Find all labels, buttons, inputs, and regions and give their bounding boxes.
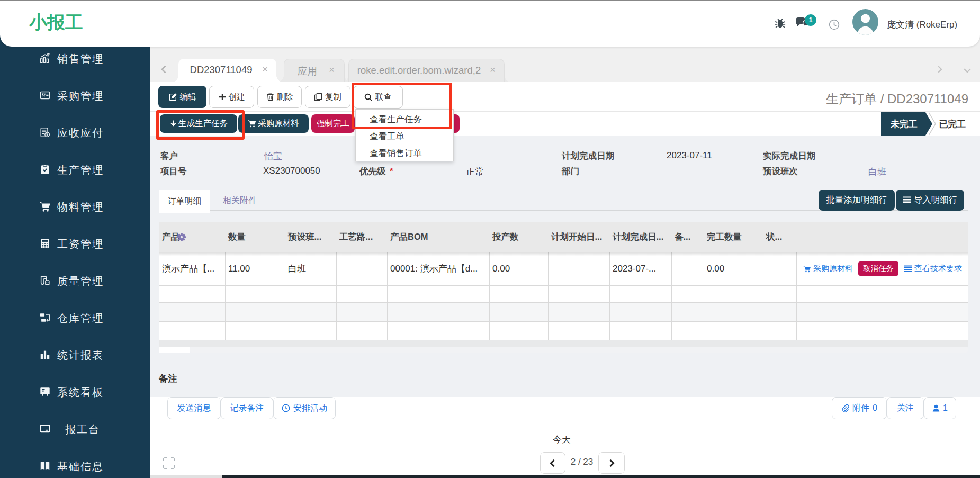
bug-icon[interactable] xyxy=(774,17,786,29)
tab-close-icon[interactable]: × xyxy=(262,64,268,75)
notebook-tab-attachments[interactable]: 相关附件 xyxy=(223,195,257,206)
browser-tab-record[interactable]: DD230711049 × xyxy=(178,59,276,82)
empty-cell xyxy=(159,322,226,340)
empty-cell xyxy=(763,286,797,303)
table-footer-strip xyxy=(159,340,968,347)
menu-item-view-workorder[interactable]: 查看工单 xyxy=(356,128,453,145)
sidebar-item-production[interactable]: 生产管理 xyxy=(0,158,150,181)
clock-icon[interactable] xyxy=(829,19,840,30)
cell-input-qty[interactable]: 0.00 xyxy=(490,252,549,286)
customer-value[interactable]: 怡宝 xyxy=(264,150,282,163)
sidebar-item-quality[interactable]: 质量管理 xyxy=(0,269,150,292)
sidebar-item-stats[interactable]: 统计报表 xyxy=(0,343,150,366)
sidebar-item-dashboard[interactable]: 系统看板 xyxy=(0,380,150,403)
col-header-input-qty[interactable]: 投产数 xyxy=(490,222,549,252)
col-header-remark[interactable]: 备... xyxy=(672,222,704,252)
cell-qty[interactable]: 11.00 xyxy=(226,252,285,286)
row-action-purchase[interactable]: 采购原材料 xyxy=(803,264,853,274)
send-message-button[interactable]: 发送消息 xyxy=(167,397,221,419)
cell-bom[interactable]: 00001: 演示产品【d... xyxy=(388,252,490,286)
cell-state[interactable] xyxy=(763,252,797,286)
col-header-plan-finish[interactable]: 计划完成日... xyxy=(610,222,672,252)
tab-close-icon[interactable]: × xyxy=(329,64,335,76)
delete-button[interactable]: 删除 xyxy=(257,86,302,108)
cell-route[interactable] xyxy=(337,252,388,286)
force-done-button[interactable]: 强制完工 xyxy=(311,114,355,133)
generate-task-button[interactable]: 生成生产任务 xyxy=(160,114,237,133)
cell-shift[interactable]: 白班 xyxy=(285,252,337,286)
sidebar-item-sales[interactable]: 销售管理 xyxy=(0,47,150,70)
sidebar-item-warehouse[interactable]: 仓库管理 xyxy=(0,306,150,329)
menu-item-view-production-task[interactable]: 查看生产任务 xyxy=(356,111,453,128)
table-hscrollbar-track[interactable] xyxy=(190,347,968,353)
import-lines-button[interactable]: 导入明细行 xyxy=(896,190,964,211)
breadcrumb-model[interactable]: 生产订单 xyxy=(826,92,877,106)
pager-previous-button[interactable] xyxy=(540,452,565,474)
sidebar-item-salary[interactable]: 工资管理 xyxy=(0,232,150,255)
copy-button-label: 复制 xyxy=(325,92,341,103)
cell-plan-start[interactable] xyxy=(549,252,610,286)
row-action-cancel-task[interactable]: 取消任务 xyxy=(858,261,898,276)
tab-close-icon[interactable]: × xyxy=(490,64,496,76)
col-header-qty[interactable]: 数量 xyxy=(226,222,285,252)
browser-tab-wizard[interactable]: roke.edit.order.bom.wizard,2 × xyxy=(348,59,505,82)
status-step-finished[interactable]: 已完工 xyxy=(937,112,968,136)
follow-button[interactable]: 关注 xyxy=(887,397,924,419)
col-header-plan-start[interactable]: 计划开始日... xyxy=(549,222,610,252)
empty-cell xyxy=(226,322,285,340)
col-header-state[interactable]: 状... xyxy=(763,222,797,252)
copy-button[interactable]: 复制 xyxy=(305,86,350,108)
shift-label: 预设班次 xyxy=(763,166,798,177)
edit-button[interactable]: 编辑 xyxy=(158,86,206,108)
create-button[interactable]: 创建 xyxy=(209,86,254,108)
user-name[interactable]: 庞文清 (RokeErp) xyxy=(887,19,957,31)
col-header-bom[interactable]: 产品BOM xyxy=(388,222,490,252)
schedule-activity-button[interactable]: 安排活动 xyxy=(273,397,336,419)
table-hscrollbar-thumb[interactable] xyxy=(159,347,190,353)
batch-add-lines-button[interactable]: 批量添加明细行 xyxy=(819,190,895,211)
notebook-tab-order-lines[interactable]: 订单明细 xyxy=(159,190,210,213)
sidebar-item-material[interactable]: 物料管理 xyxy=(0,195,150,218)
linkquery-button[interactable]: 联查 xyxy=(353,86,403,109)
row-action-view-tech[interactable]: 查看技术要求 xyxy=(904,264,962,274)
sidebar-item-basics[interactable]: 基础信息 xyxy=(0,454,150,477)
cell-remark[interactable] xyxy=(672,252,704,286)
app-logo[interactable]: 小报工 xyxy=(29,11,83,35)
col-header-route[interactable]: 工艺路... xyxy=(337,222,388,252)
tabbar-chevron-down-icon[interactable] xyxy=(963,66,972,75)
customer-label: 客户 xyxy=(160,150,178,162)
tabbar-chevron-right-icon[interactable] xyxy=(935,65,945,74)
log-note-button[interactable]: 记录备注 xyxy=(221,397,273,419)
status-step-unfinished[interactable]: 未完工 xyxy=(881,112,932,136)
purchase-card-icon xyxy=(39,89,51,101)
fullscreen-icon[interactable] xyxy=(163,457,175,470)
menu-item-view-sale-order[interactable]: 查看销售订单 xyxy=(356,145,453,161)
empty-cell xyxy=(763,303,797,322)
cell-plan-finish[interactable]: 2023-07-... xyxy=(610,252,672,286)
followers-button[interactable]: 1 xyxy=(924,397,956,419)
activity-clock-icon xyxy=(282,404,290,412)
actual-date-label: 实际完成日期 xyxy=(763,150,815,162)
avatar[interactable] xyxy=(852,9,878,35)
purchase-material-button[interactable]: 采购原材料 xyxy=(238,114,309,133)
followers-count: 1 xyxy=(943,403,948,413)
sidebar-item-terminal[interactable]: 报工台 xyxy=(0,417,150,440)
col-header-shift[interactable]: 预设班... xyxy=(285,222,337,252)
attachment-button[interactable]: 附件 0 xyxy=(832,397,887,419)
status-step-separator xyxy=(928,112,937,136)
cell-done-qty[interactable]: 0.00 xyxy=(704,252,763,286)
project-label: 项目号 xyxy=(160,166,187,177)
cell-product[interactable]: 演示产品【... xyxy=(159,252,226,286)
col-header-done-qty[interactable]: 完工数量 xyxy=(704,222,763,252)
sidebar-item-purchase[interactable]: 采购管理 xyxy=(0,84,150,107)
warehouse-flow-icon xyxy=(39,312,51,323)
browser-tab-apps[interactable]: 应用 × xyxy=(284,59,345,82)
sidebar-item-label: 质量管理 xyxy=(57,274,104,288)
empty-cell xyxy=(610,286,672,303)
shift-value[interactable]: 白班 xyxy=(868,166,886,178)
pager-next-button[interactable] xyxy=(598,452,625,474)
col-header-product[interactable]: 产品 xyxy=(159,222,226,252)
sidebar-item-receivable[interactable]: 应收应付 xyxy=(0,121,150,144)
optional-columns-gear-icon[interactable] xyxy=(177,232,186,242)
tabbar-chevron-left-icon[interactable] xyxy=(159,64,169,75)
